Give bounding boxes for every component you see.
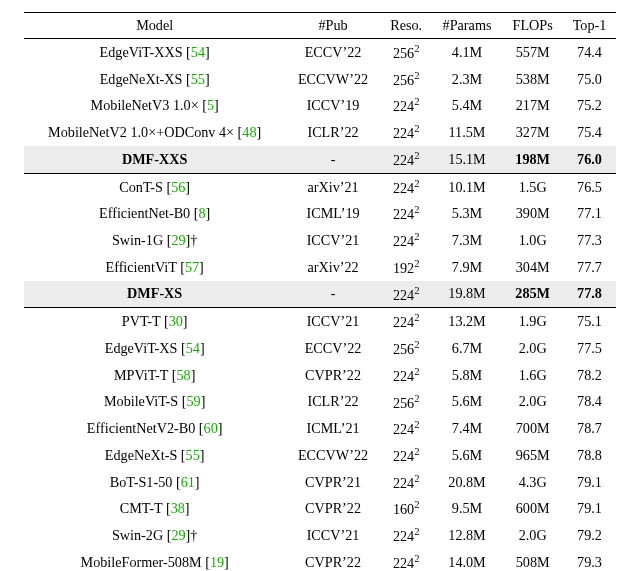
cite-link[interactable]: 29 xyxy=(171,232,185,248)
cell-pub: ECCV’22 xyxy=(285,39,380,66)
table-row: MobileNetV2 1.0×+ODConv 4× [48]ICLR’2222… xyxy=(24,119,616,146)
cell-top1: 75.1 xyxy=(563,308,616,335)
cell-top1: 74.4 xyxy=(563,39,616,66)
cell-params: 7.3M xyxy=(432,227,503,254)
table-body: EdgeViT-XXS [54]ECCV’2225624.1M557M74.4E… xyxy=(24,39,616,572)
table-header-row: Model #Pub Reso. #Params FLOPs Top-1 xyxy=(24,13,616,39)
cite-link[interactable]: 19 xyxy=(210,554,224,570)
cell-reso: 2242 xyxy=(381,308,432,335)
cell-top1: 75.0 xyxy=(563,66,616,93)
cell-model: EdgeViT-XS [54] xyxy=(24,335,285,362)
cell-pub: ICML’21 xyxy=(285,415,380,442)
cell-top1: 78.8 xyxy=(563,442,616,469)
cell-pub: ECCV’22 xyxy=(285,335,380,362)
table-row: MPViT-T [58]CVPR’2222425.8M1.6G78.2 xyxy=(24,362,616,389)
table-row: EfficientNet-B0 [8]ICML’1922425.3M390M77… xyxy=(24,200,616,227)
cite-link[interactable]: 60 xyxy=(204,420,218,436)
cell-top1: 75.2 xyxy=(563,92,616,119)
cell-top1: 77.3 xyxy=(563,227,616,254)
cell-params: 13.2M xyxy=(432,308,503,335)
cell-flops: 327M xyxy=(502,119,563,146)
cite-link[interactable]: 5 xyxy=(207,97,214,113)
cell-params: 9.5M xyxy=(432,495,503,522)
cite-link[interactable]: 55 xyxy=(186,447,200,463)
cell-flops: 965M xyxy=(502,442,563,469)
table-row: Swin-1G [29]†ICCV’2122427.3M1.0G77.3 xyxy=(24,227,616,254)
cell-reso: 2242 xyxy=(381,281,432,308)
cell-model: EdgeNeXt-S [55] xyxy=(24,442,285,469)
cell-flops: 2.0G xyxy=(502,522,563,549)
table-row: CMT-T [38]CVPR’2216029.5M600M79.1 xyxy=(24,495,616,522)
table-row-highlight: DMF-XS-224219.8M285M77.8 xyxy=(24,281,616,308)
cell-model: CMT-T [38] xyxy=(24,495,285,522)
cell-model: EfficientViT [57] xyxy=(24,254,285,281)
cell-flops: 304M xyxy=(502,254,563,281)
cite-link[interactable]: 59 xyxy=(187,393,201,409)
table-row: MobileViT-S [59]ICLR’2225625.6M2.0G78.4 xyxy=(24,389,616,416)
cell-params: 10.1M xyxy=(432,173,503,200)
cite-link[interactable]: 61 xyxy=(181,474,195,490)
results-table: Model #Pub Reso. #Params FLOPs Top-1 Edg… xyxy=(24,12,616,571)
table-row: MobileNetV3 1.0× [5]ICCV’1922425.4M217M7… xyxy=(24,92,616,119)
cite-link[interactable]: 58 xyxy=(177,367,191,383)
cell-flops: 198M xyxy=(502,146,563,173)
cite-link[interactable]: 55 xyxy=(191,71,205,87)
cell-model: BoT-S1-50 [61] xyxy=(24,469,285,496)
cite-link[interactable]: 38 xyxy=(171,500,185,516)
cell-top1: 77.7 xyxy=(563,254,616,281)
cite-link[interactable]: 56 xyxy=(171,179,185,195)
cell-model: MobileFormer-508M [19] xyxy=(24,549,285,571)
cell-model: MobileNetV2 1.0×+ODConv 4× [48] xyxy=(24,119,285,146)
cite-link[interactable]: 48 xyxy=(242,124,256,140)
table-row: MobileFormer-508M [19]CVPR’22224214.0M50… xyxy=(24,549,616,571)
cell-flops: 4.3G xyxy=(502,469,563,496)
cell-top1: 76.0 xyxy=(563,146,616,173)
cell-model: MPViT-T [58] xyxy=(24,362,285,389)
cell-reso: 2562 xyxy=(381,389,432,416)
cell-params: 2.3M xyxy=(432,66,503,93)
cell-pub: - xyxy=(285,281,380,308)
cell-model: MobileViT-S [59] xyxy=(24,389,285,416)
cell-pub: ICLR’22 xyxy=(285,119,380,146)
cell-model: ConT-S [56] xyxy=(24,173,285,200)
cell-model: MobileNetV3 1.0× [5] xyxy=(24,92,285,119)
cell-pub: CVPR’22 xyxy=(285,495,380,522)
cite-link[interactable]: 54 xyxy=(191,44,205,60)
cell-params: 20.8M xyxy=(432,469,503,496)
table-row-highlight: DMF-XXS-224215.1M198M76.0 xyxy=(24,146,616,173)
cell-reso: 2242 xyxy=(381,415,432,442)
cell-params: 7.4M xyxy=(432,415,503,442)
cell-params: 5.3M xyxy=(432,200,503,227)
table-row: EdgeViT-XS [54]ECCV’2225626.7M2.0G77.5 xyxy=(24,335,616,362)
cell-reso: 1922 xyxy=(381,254,432,281)
th-reso: Reso. xyxy=(381,13,432,39)
cell-model: DMF-XS xyxy=(24,281,285,308)
cell-reso: 2242 xyxy=(381,146,432,173)
cell-params: 5.8M xyxy=(432,362,503,389)
cite-link[interactable]: 54 xyxy=(186,340,200,356)
cell-top1: 79.2 xyxy=(563,522,616,549)
cell-pub: ICLR’22 xyxy=(285,389,380,416)
cite-link[interactable]: 30 xyxy=(169,313,183,329)
th-pub: #Pub xyxy=(285,13,380,39)
cell-params: 5.6M xyxy=(432,442,503,469)
cell-params: 7.9M xyxy=(432,254,503,281)
cell-flops: 1.6G xyxy=(502,362,563,389)
cell-model: EdgeViT-XXS [54] xyxy=(24,39,285,66)
table-row: EdgeNeXt-XS [55]ECCVW’2225622.3M538M75.0 xyxy=(24,66,616,93)
cell-model: EfficientNet-B0 [8] xyxy=(24,200,285,227)
cell-params: 5.6M xyxy=(432,389,503,416)
cite-link[interactable]: 29 xyxy=(171,527,185,543)
cite-link[interactable]: 57 xyxy=(185,259,199,275)
cell-flops: 2.0G xyxy=(502,389,563,416)
cell-params: 5.4M xyxy=(432,92,503,119)
cell-top1: 79.3 xyxy=(563,549,616,571)
cell-params: 6.7M xyxy=(432,335,503,362)
table-row: PVT-T [30]ICCV’21224213.2M1.9G75.1 xyxy=(24,308,616,335)
cell-reso: 2242 xyxy=(381,442,432,469)
cell-pub: ICCV’19 xyxy=(285,92,380,119)
cite-link[interactable]: 8 xyxy=(198,205,205,221)
cell-params: 15.1M xyxy=(432,146,503,173)
table-row: EfficientViT [57]arXiv’2219227.9M304M77.… xyxy=(24,254,616,281)
th-flops: FLOPs xyxy=(502,13,563,39)
